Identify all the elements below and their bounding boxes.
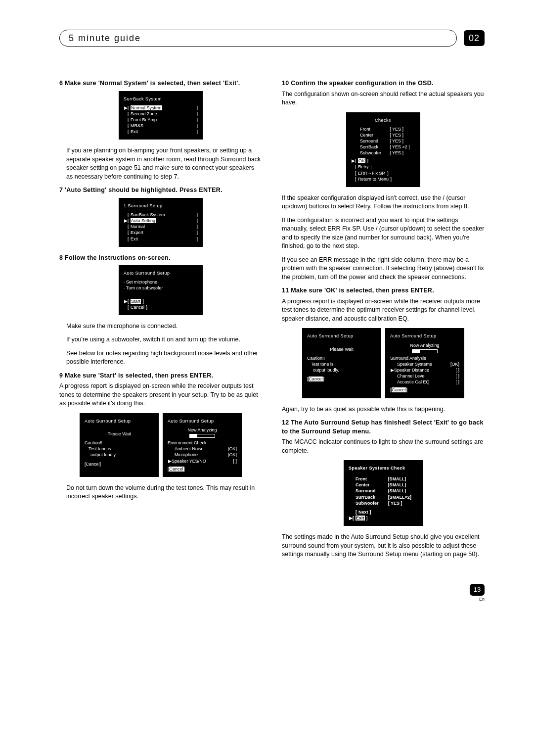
step-11-heading: 11 Make sure 'OK' is selected, then pres… [282, 286, 485, 295]
step-7-heading: 7 'Auto Setting' should be highlighted. … [59, 186, 262, 195]
osd-pair-step11: Auto Surround Setup Please Wait Caution!… [282, 328, 485, 398]
step-10-heading: 10 Confirm the speaker configuration in … [282, 79, 485, 88]
step-11-p1: A progress report is displayed on-screen… [282, 297, 485, 324]
osd-title: Auto Surround Setup [124, 270, 198, 276]
osd-surround-setup: 1.Surround Setup [SurrBack System] ▶[Aut… [119, 198, 203, 247]
step-10-p1: The configuration shown on-screen should… [282, 90, 485, 107]
osd-please-wait-2: Auto Surround Setup Please Wait Caution!… [302, 328, 381, 398]
osd-speaker-systems-check: Speaker Systems Check Front[SMALL] Cente… [344, 460, 423, 526]
step-10-p2: If the speaker configuration displayed i… [282, 194, 485, 211]
osd-now-analyzing-surround: Auto Surround Setup Now Analyzing Surrou… [385, 328, 464, 398]
step-6-note: If you are planning on bi-amping your fr… [66, 146, 262, 181]
step-8-p2: If you're using a subwoofer, switch it o… [66, 335, 262, 344]
step-8-heading: 8 Follow the instructions on-screen. [59, 254, 262, 263]
step-11-p2: Again, try to be as quiet as possible wh… [282, 405, 485, 414]
chapter-number: 02 [464, 30, 485, 46]
osd-check: Check!! Front[ YES ] Center[ YES ] Surro… [346, 112, 420, 187]
osd-please-wait: Auto Surround Setup Please Wait Caution!… [80, 413, 159, 477]
step-12-p2: The settings made in the Auto Surround S… [282, 533, 485, 559]
osd-auto-surround-instructions: Auto Surround Setup · Set microphone · T… [119, 265, 203, 315]
step-8-p1: Make sure the microphone is connected. [66, 322, 262, 331]
manual-page: 5 minute guide 02 6 Make sure 'Normal Sy… [0, 0, 534, 631]
page-number: 13 [470, 584, 485, 596]
step-9-p1: A progress report is displayed on-screen… [59, 382, 262, 408]
step-12-heading: 12 The Auto Surround Setup has finished!… [282, 419, 485, 436]
right-column: 10 Confirm the speaker configuration in … [282, 76, 485, 564]
page-language: En [479, 597, 485, 602]
page-footer: 13 En [59, 584, 485, 602]
step-12-p1: The MCACC indicator continues to light t… [282, 438, 485, 455]
step-6-heading: 6 Make sure 'Normal System' is selected,… [59, 79, 262, 88]
page-header: 5 minute guide 02 [59, 30, 485, 47]
body-columns: 6 Make sure 'Normal System' is selected,… [59, 76, 485, 564]
step-9-p2: Do not turn down the volume during the t… [66, 484, 262, 501]
chapter-title: 5 minute guide [59, 30, 457, 47]
osd-now-analyzing-env: Auto Surround Setup Now Analyzing Enviro… [163, 413, 242, 477]
step-8-p3: See below for notes regarding high backg… [66, 349, 262, 367]
step-10-p3: If the configuration is incorrect and yo… [282, 216, 485, 251]
osd-title: 1.Surround Setup [124, 203, 198, 209]
step-9-heading: 9 Make sure 'Start' is selected, then pr… [59, 372, 262, 380]
osd-pair-step9: Auto Surround Setup Please Wait Caution!… [59, 413, 262, 477]
osd-surrback-system: SurrBack System ▶[Normal System] [Second… [119, 91, 203, 140]
step-10-p4: If you see an ERR message in the right s… [282, 256, 485, 282]
left-column: 6 Make sure 'Normal System' is selected,… [59, 76, 262, 564]
osd-title: SurrBack System [124, 96, 198, 102]
